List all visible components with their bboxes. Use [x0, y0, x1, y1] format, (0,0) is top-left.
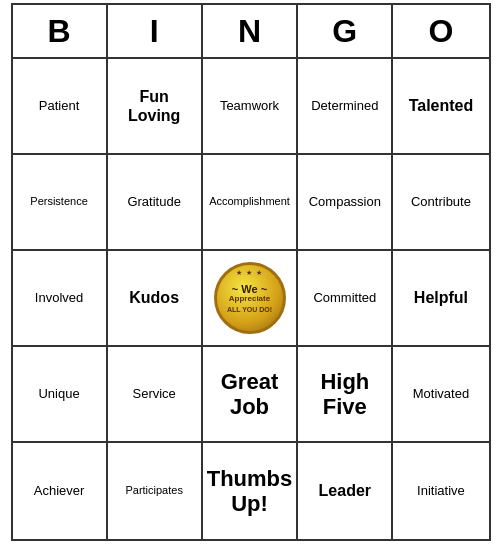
bingo-cell: High Five [298, 347, 393, 443]
free-space-badge: ★ ★ ★ ~ We ~ Appreciate ALL YOU DO! [214, 262, 286, 334]
bingo-cell: Contribute [393, 155, 488, 251]
bingo-cell: Motivated [393, 347, 488, 443]
bingo-cell: Kudos [108, 251, 203, 347]
bingo-cell: Committed [298, 251, 393, 347]
header-letter: N [203, 5, 298, 57]
bingo-header: BINGO [13, 5, 489, 59]
bingo-cell: Talented [393, 59, 488, 155]
bingo-cell: Service [108, 347, 203, 443]
bingo-cell: Initiative [393, 443, 488, 539]
bingo-cell: Involved [13, 251, 108, 347]
bingo-cell: Great Job [203, 347, 299, 443]
bingo-card: BINGO PatientFun LovingTeamworkDetermine… [11, 3, 491, 541]
bingo-cell: Achiever [13, 443, 108, 539]
bingo-grid: PatientFun LovingTeamworkDeterminedTalen… [13, 59, 489, 539]
bingo-cell: Participates [108, 443, 203, 539]
bingo-cell: Determined [298, 59, 393, 155]
header-letter: B [13, 5, 108, 57]
bingo-cell: Leader [298, 443, 393, 539]
bingo-cell: Persistence [13, 155, 108, 251]
bingo-cell: Patient [13, 59, 108, 155]
bingo-cell: Compassion [298, 155, 393, 251]
bingo-cell: ★ ★ ★ ~ We ~ Appreciate ALL YOU DO! [203, 251, 299, 347]
bingo-cell: Unique [13, 347, 108, 443]
header-letter: I [108, 5, 203, 57]
bingo-cell: Fun Loving [108, 59, 203, 155]
header-letter: G [298, 5, 393, 57]
bingo-cell: Accomplishment [203, 155, 299, 251]
bingo-cell: Gratitude [108, 155, 203, 251]
bingo-cell: Helpful [393, 251, 488, 347]
header-letter: O [393, 5, 488, 57]
bingo-cell: Teamwork [203, 59, 299, 155]
bingo-cell: Thumbs Up! [203, 443, 299, 539]
